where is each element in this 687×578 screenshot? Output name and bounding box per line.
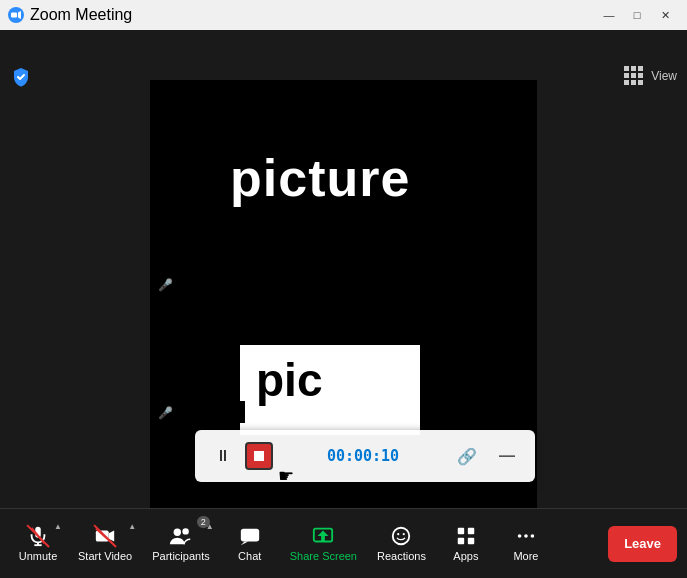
recording-indicator-1: 🎤 [158, 278, 172, 292]
svg-marker-15 [318, 531, 329, 542]
microphone-icon [27, 525, 49, 547]
unmute-arrow[interactable]: ▲ [54, 522, 62, 531]
pause-recording-button[interactable]: ⏸ [209, 442, 237, 470]
unmute-label: Unmute [19, 550, 58, 562]
stop-icon [254, 451, 264, 461]
more-icon [515, 525, 537, 547]
svg-marker-8 [109, 531, 115, 542]
title-bar: Zoom Meeting — □ ✕ [0, 0, 687, 30]
video-arrow[interactable]: ▲ [128, 522, 136, 531]
participants-label: Participants [152, 550, 209, 562]
svg-point-18 [403, 533, 405, 535]
pause-icon: ⏸ [215, 447, 231, 465]
svg-point-24 [524, 534, 528, 538]
svg-rect-20 [468, 528, 474, 534]
reactions-icon [390, 525, 412, 547]
link-icon: 🔗 [457, 447, 477, 466]
share-screen-svg [312, 525, 334, 547]
svg-rect-22 [468, 538, 474, 544]
shared-content-window: pic [240, 345, 420, 435]
share-screen-label: Share Screen [290, 550, 357, 562]
zoom-icon [8, 7, 24, 23]
chat-icon [239, 525, 261, 547]
chat-svg [239, 525, 261, 547]
copy-link-button[interactable]: 🔗 [453, 442, 481, 470]
title-bar-title: Zoom Meeting [30, 6, 132, 24]
apps-label: Apps [453, 550, 478, 562]
camera-icon [94, 525, 116, 547]
camera-svg [94, 525, 116, 547]
bottom-toolbar: ▲ Unmute ▲ Start Video [0, 508, 687, 578]
picture-overlay-text: picture [200, 140, 440, 216]
svg-rect-3 [35, 527, 41, 538]
reactions-svg [390, 525, 412, 547]
svg-marker-13 [241, 542, 248, 546]
participants-svg [169, 525, 193, 547]
svg-point-23 [518, 534, 522, 538]
chat-label: Chat [238, 550, 261, 562]
svg-rect-21 [458, 538, 464, 544]
start-video-label: Start Video [78, 550, 132, 562]
recording-timer: 00:00:10 [281, 447, 445, 465]
svg-rect-7 [96, 531, 109, 542]
meeting-area: View picture 🎤 pic ⏸ 00:00:10 🔗 [0, 30, 687, 508]
more-svg [515, 525, 537, 547]
svg-point-16 [393, 528, 410, 545]
close-button[interactable]: ✕ [651, 5, 679, 25]
more-button[interactable]: More [498, 514, 554, 574]
minimize-recording-toolbar-button[interactable]: — [493, 442, 521, 470]
participants-arrow[interactable]: ▲ [206, 522, 214, 531]
title-bar-left: Zoom Meeting [8, 6, 132, 24]
leave-button[interactable]: Leave [608, 526, 677, 562]
svg-rect-19 [458, 528, 464, 534]
share-screen-button[interactable]: Share Screen [282, 514, 365, 574]
apps-button[interactable]: Apps [438, 514, 494, 574]
grid-icon [624, 66, 643, 85]
svg-point-10 [174, 529, 181, 536]
toolbar-left-group: ▲ Unmute ▲ Start Video [10, 514, 554, 574]
minimize-icon: — [499, 447, 515, 465]
svg-rect-12 [241, 529, 259, 542]
svg-rect-1 [11, 13, 17, 18]
shield-icon [10, 66, 32, 88]
more-label: More [513, 550, 538, 562]
mic-svg [27, 525, 49, 547]
recording-indicator-2: 🎤 [158, 406, 173, 420]
window-controls[interactable]: — □ ✕ [595, 5, 679, 25]
svg-point-11 [182, 528, 188, 534]
svg-point-25 [530, 534, 534, 538]
view-label: View [651, 69, 677, 83]
chat-button[interactable]: Chat [222, 514, 278, 574]
share-screen-icon [312, 525, 334, 547]
stop-recording-button[interactable] [245, 442, 273, 470]
svg-point-17 [398, 533, 400, 535]
security-badge[interactable] [10, 66, 32, 92]
minimize-button[interactable]: — [595, 5, 623, 25]
view-button[interactable]: View [624, 66, 677, 85]
shared-content-text: pic [240, 345, 420, 415]
apps-svg [455, 525, 477, 547]
recording-toolbar: ⏸ 00:00:10 🔗 — [195, 430, 535, 482]
apps-icon [455, 525, 477, 547]
main-video: picture 🎤 pic ⏸ 00:00:10 🔗 — ☛ [0, 30, 687, 508]
participants-button[interactable]: 2 ▲ Participants [144, 514, 217, 574]
start-video-button[interactable]: ▲ Start Video [70, 514, 140, 574]
participants-icon [169, 525, 193, 547]
reactions-button[interactable]: Reactions [369, 514, 434, 574]
unmute-button[interactable]: ▲ Unmute [10, 514, 66, 574]
maximize-button[interactable]: □ [623, 5, 651, 25]
reactions-label: Reactions [377, 550, 426, 562]
